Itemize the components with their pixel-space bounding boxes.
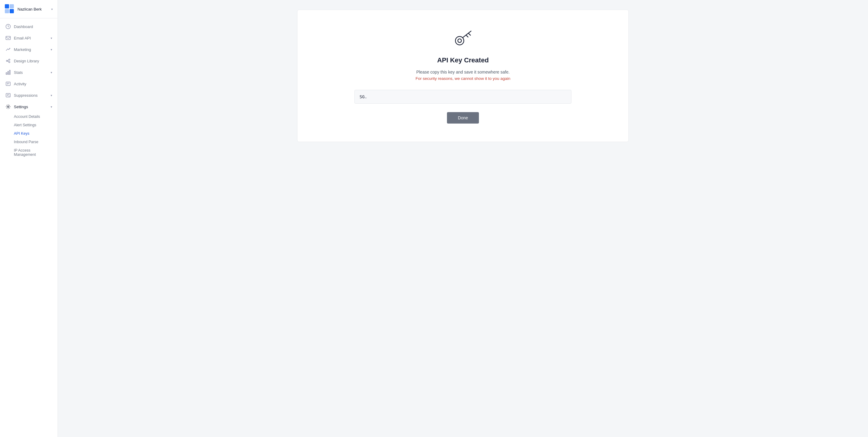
svg-point-22 [458, 39, 461, 42]
activity-icon [5, 81, 11, 87]
suppressions-chevron: ▾ [51, 94, 52, 97]
sidebar-item-marketing-label: Marketing [14, 47, 51, 52]
svg-rect-0 [5, 4, 9, 8]
sidebar-item-suppressions[interactable]: Suppressions ▾ [0, 90, 58, 101]
api-key-created-card: API Key Created Please copy this key and… [297, 10, 629, 142]
sidebar-item-settings-label: Settings [14, 104, 51, 109]
subnav-inbound-parse[interactable]: Inbound Parse [0, 138, 58, 146]
stats-icon [5, 70, 11, 75]
done-button[interactable]: Done [447, 112, 478, 124]
sidebar-item-design-library[interactable]: Design Library [0, 55, 58, 67]
key-icon-wrap [453, 28, 473, 50]
main-nav: Dashboard Email API ▾ Marketing ▾ [0, 19, 58, 437]
svg-rect-12 [8, 71, 9, 74]
marketing-icon [5, 47, 11, 52]
svg-rect-13 [9, 70, 10, 74]
svg-line-9 [7, 60, 9, 61]
sidebar-item-email-api[interactable]: Email API ▾ [0, 32, 58, 44]
svg-rect-11 [6, 73, 7, 74]
email-api-chevron: ▾ [51, 36, 52, 40]
subnav-ip-access-management[interactable]: IP Access Management [0, 146, 58, 159]
sidebar-item-settings[interactable]: Settings ▾ [0, 101, 58, 113]
svg-rect-3 [10, 9, 14, 13]
email-api-icon [5, 35, 11, 41]
sidebar-item-dashboard[interactable]: Dashboard [0, 21, 58, 32]
svg-rect-5 [6, 36, 10, 40]
svg-point-8 [9, 61, 10, 63]
svg-point-20 [7, 106, 9, 107]
svg-line-25 [466, 35, 468, 37]
marketing-chevron: ▾ [51, 48, 52, 51]
svg-rect-1 [10, 4, 14, 8]
svg-line-10 [7, 61, 9, 62]
api-key-input[interactable] [354, 90, 571, 104]
sidebar-item-stats-label: Stats [14, 70, 51, 75]
stats-chevron: ▾ [51, 71, 52, 74]
sidebar-item-activity[interactable]: Activity [0, 78, 58, 90]
username-label: Nazlican Berk [18, 7, 51, 11]
sidebar-item-marketing[interactable]: Marketing ▾ [0, 44, 58, 55]
subnav-alert-settings[interactable]: Alert Settings [0, 121, 58, 129]
svg-point-7 [9, 59, 10, 60]
dashboard-icon [5, 24, 11, 29]
svg-rect-2 [5, 9, 9, 13]
sidebar-item-stats[interactable]: Stats ▾ [0, 67, 58, 78]
user-menu-chevron: ▾ [51, 7, 53, 11]
sidebar-item-suppressions-label: Suppressions [14, 93, 51, 98]
svg-rect-14 [6, 82, 10, 86]
sidebar-item-activity-label: Activity [14, 82, 52, 86]
user-menu[interactable]: Nazlican Berk ▾ [0, 0, 58, 19]
settings-subnav: Account Details Alert Settings API Keys … [0, 113, 58, 159]
settings-icon [5, 104, 11, 110]
sidebar-item-dashboard-label: Dashboard [14, 24, 52, 29]
card-subtitle: Please copy this key and save it somewhe… [416, 70, 510, 74]
settings-chevron: ▾ [51, 105, 52, 108]
card-title: API Key Created [437, 56, 489, 64]
design-library-icon [5, 58, 11, 64]
suppressions-icon [5, 93, 11, 98]
sidebar-item-email-api-label: Email API [14, 36, 51, 40]
subnav-account-details[interactable]: Account Details [0, 113, 58, 121]
svg-line-24 [469, 33, 470, 35]
card-warning: For security reasons, we cannot show it … [415, 76, 510, 81]
sidebar: Nazlican Berk ▾ Dashboard Email API ▾ [0, 0, 58, 437]
api-key-input-wrap [354, 90, 571, 104]
subnav-api-keys[interactable]: API Keys [0, 129, 58, 138]
key-icon [453, 28, 473, 49]
sidebar-item-design-library-label: Design Library [14, 59, 52, 63]
svg-rect-17 [6, 93, 10, 97]
svg-point-6 [6, 60, 7, 61]
app-logo [5, 4, 14, 14]
main-content: API Key Created Please copy this key and… [58, 0, 868, 437]
